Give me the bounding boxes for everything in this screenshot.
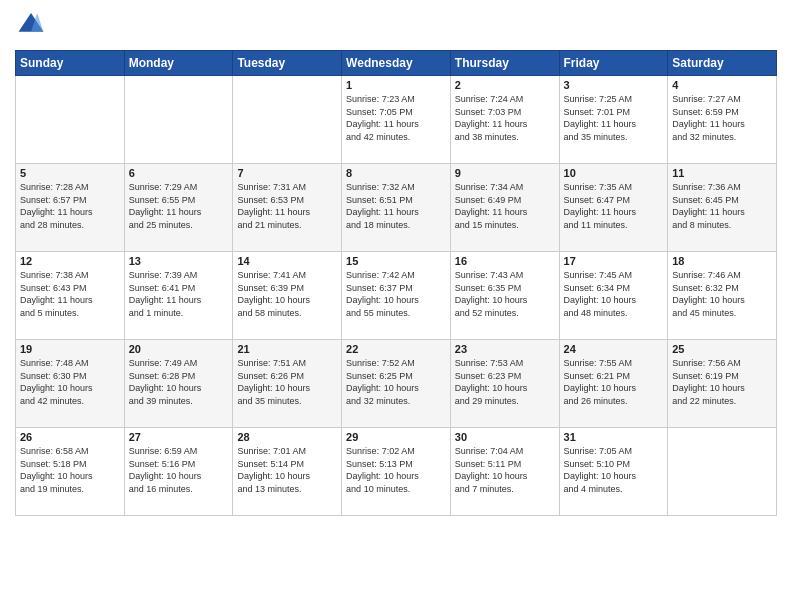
table-row: 26Sunrise: 6:58 AM Sunset: 5:18 PM Dayli… (16, 428, 125, 516)
calendar-week-row: 26Sunrise: 6:58 AM Sunset: 5:18 PM Dayli… (16, 428, 777, 516)
logo-icon (17, 10, 45, 38)
day-number: 23 (455, 343, 555, 355)
col-sunday: Sunday (16, 51, 125, 76)
table-row: 1Sunrise: 7:23 AM Sunset: 7:05 PM Daylig… (342, 76, 451, 164)
day-info: Sunrise: 7:51 AM Sunset: 6:26 PM Dayligh… (237, 357, 337, 407)
day-number: 22 (346, 343, 446, 355)
day-info: Sunrise: 7:38 AM Sunset: 6:43 PM Dayligh… (20, 269, 120, 319)
day-info: Sunrise: 7:02 AM Sunset: 5:13 PM Dayligh… (346, 445, 446, 495)
table-row: 14Sunrise: 7:41 AM Sunset: 6:39 PM Dayli… (233, 252, 342, 340)
day-number: 26 (20, 431, 120, 443)
table-row: 19Sunrise: 7:48 AM Sunset: 6:30 PM Dayli… (16, 340, 125, 428)
day-number: 1 (346, 79, 446, 91)
day-number: 14 (237, 255, 337, 267)
day-info: Sunrise: 7:43 AM Sunset: 6:35 PM Dayligh… (455, 269, 555, 319)
day-number: 4 (672, 79, 772, 91)
day-info: Sunrise: 7:52 AM Sunset: 6:25 PM Dayligh… (346, 357, 446, 407)
col-tuesday: Tuesday (233, 51, 342, 76)
day-number: 28 (237, 431, 337, 443)
day-number: 21 (237, 343, 337, 355)
calendar-week-row: 5Sunrise: 7:28 AM Sunset: 6:57 PM Daylig… (16, 164, 777, 252)
day-number: 6 (129, 167, 229, 179)
day-number: 13 (129, 255, 229, 267)
table-row (124, 76, 233, 164)
day-number: 25 (672, 343, 772, 355)
col-monday: Monday (124, 51, 233, 76)
table-row (668, 428, 777, 516)
day-info: Sunrise: 7:34 AM Sunset: 6:49 PM Dayligh… (455, 181, 555, 231)
table-row: 30Sunrise: 7:04 AM Sunset: 5:11 PM Dayli… (450, 428, 559, 516)
table-row: 27Sunrise: 6:59 AM Sunset: 5:16 PM Dayli… (124, 428, 233, 516)
day-number: 30 (455, 431, 555, 443)
calendar-week-row: 12Sunrise: 7:38 AM Sunset: 6:43 PM Dayli… (16, 252, 777, 340)
col-saturday: Saturday (668, 51, 777, 76)
calendar-table: Sunday Monday Tuesday Wednesday Thursday… (15, 50, 777, 516)
day-number: 29 (346, 431, 446, 443)
table-row (233, 76, 342, 164)
table-row: 6Sunrise: 7:29 AM Sunset: 6:55 PM Daylig… (124, 164, 233, 252)
day-info: Sunrise: 7:46 AM Sunset: 6:32 PM Dayligh… (672, 269, 772, 319)
day-info: Sunrise: 7:31 AM Sunset: 6:53 PM Dayligh… (237, 181, 337, 231)
day-info: Sunrise: 7:56 AM Sunset: 6:19 PM Dayligh… (672, 357, 772, 407)
day-info: Sunrise: 7:23 AM Sunset: 7:05 PM Dayligh… (346, 93, 446, 143)
day-info: Sunrise: 7:41 AM Sunset: 6:39 PM Dayligh… (237, 269, 337, 319)
table-row: 11Sunrise: 7:36 AM Sunset: 6:45 PM Dayli… (668, 164, 777, 252)
day-number: 5 (20, 167, 120, 179)
calendar-header-row: Sunday Monday Tuesday Wednesday Thursday… (16, 51, 777, 76)
day-number: 19 (20, 343, 120, 355)
day-number: 9 (455, 167, 555, 179)
day-info: Sunrise: 7:29 AM Sunset: 6:55 PM Dayligh… (129, 181, 229, 231)
table-row: 23Sunrise: 7:53 AM Sunset: 6:23 PM Dayli… (450, 340, 559, 428)
day-info: Sunrise: 7:04 AM Sunset: 5:11 PM Dayligh… (455, 445, 555, 495)
table-row: 24Sunrise: 7:55 AM Sunset: 6:21 PM Dayli… (559, 340, 668, 428)
day-number: 27 (129, 431, 229, 443)
day-number: 2 (455, 79, 555, 91)
table-row: 2Sunrise: 7:24 AM Sunset: 7:03 PM Daylig… (450, 76, 559, 164)
table-row: 25Sunrise: 7:56 AM Sunset: 6:19 PM Dayli… (668, 340, 777, 428)
day-number: 15 (346, 255, 446, 267)
day-info: Sunrise: 7:05 AM Sunset: 5:10 PM Dayligh… (564, 445, 664, 495)
table-row: 7Sunrise: 7:31 AM Sunset: 6:53 PM Daylig… (233, 164, 342, 252)
day-info: Sunrise: 7:32 AM Sunset: 6:51 PM Dayligh… (346, 181, 446, 231)
table-row: 3Sunrise: 7:25 AM Sunset: 7:01 PM Daylig… (559, 76, 668, 164)
day-number: 10 (564, 167, 664, 179)
calendar-week-row: 1Sunrise: 7:23 AM Sunset: 7:05 PM Daylig… (16, 76, 777, 164)
table-row: 4Sunrise: 7:27 AM Sunset: 6:59 PM Daylig… (668, 76, 777, 164)
day-info: Sunrise: 7:49 AM Sunset: 6:28 PM Dayligh… (129, 357, 229, 407)
day-info: Sunrise: 6:59 AM Sunset: 5:16 PM Dayligh… (129, 445, 229, 495)
table-row: 28Sunrise: 7:01 AM Sunset: 5:14 PM Dayli… (233, 428, 342, 516)
col-friday: Friday (559, 51, 668, 76)
day-info: Sunrise: 7:48 AM Sunset: 6:30 PM Dayligh… (20, 357, 120, 407)
page: Sunday Monday Tuesday Wednesday Thursday… (0, 0, 792, 612)
calendar-week-row: 19Sunrise: 7:48 AM Sunset: 6:30 PM Dayli… (16, 340, 777, 428)
table-row: 12Sunrise: 7:38 AM Sunset: 6:43 PM Dayli… (16, 252, 125, 340)
table-row: 29Sunrise: 7:02 AM Sunset: 5:13 PM Dayli… (342, 428, 451, 516)
day-number: 3 (564, 79, 664, 91)
logo (15, 10, 47, 42)
day-number: 7 (237, 167, 337, 179)
table-row: 16Sunrise: 7:43 AM Sunset: 6:35 PM Dayli… (450, 252, 559, 340)
table-row: 13Sunrise: 7:39 AM Sunset: 6:41 PM Dayli… (124, 252, 233, 340)
day-info: Sunrise: 7:27 AM Sunset: 6:59 PM Dayligh… (672, 93, 772, 143)
table-row: 21Sunrise: 7:51 AM Sunset: 6:26 PM Dayli… (233, 340, 342, 428)
table-row (16, 76, 125, 164)
day-info: Sunrise: 7:53 AM Sunset: 6:23 PM Dayligh… (455, 357, 555, 407)
day-info: Sunrise: 7:35 AM Sunset: 6:47 PM Dayligh… (564, 181, 664, 231)
day-info: Sunrise: 7:42 AM Sunset: 6:37 PM Dayligh… (346, 269, 446, 319)
col-wednesday: Wednesday (342, 51, 451, 76)
day-info: Sunrise: 7:24 AM Sunset: 7:03 PM Dayligh… (455, 93, 555, 143)
day-number: 17 (564, 255, 664, 267)
day-number: 24 (564, 343, 664, 355)
day-number: 8 (346, 167, 446, 179)
day-number: 11 (672, 167, 772, 179)
day-info: Sunrise: 7:55 AM Sunset: 6:21 PM Dayligh… (564, 357, 664, 407)
table-row: 8Sunrise: 7:32 AM Sunset: 6:51 PM Daylig… (342, 164, 451, 252)
day-number: 18 (672, 255, 772, 267)
table-row: 20Sunrise: 7:49 AM Sunset: 6:28 PM Dayli… (124, 340, 233, 428)
day-info: Sunrise: 7:01 AM Sunset: 5:14 PM Dayligh… (237, 445, 337, 495)
day-info: Sunrise: 7:25 AM Sunset: 7:01 PM Dayligh… (564, 93, 664, 143)
day-info: Sunrise: 7:28 AM Sunset: 6:57 PM Dayligh… (20, 181, 120, 231)
table-row: 18Sunrise: 7:46 AM Sunset: 6:32 PM Dayli… (668, 252, 777, 340)
day-info: Sunrise: 7:45 AM Sunset: 6:34 PM Dayligh… (564, 269, 664, 319)
day-info: Sunrise: 7:39 AM Sunset: 6:41 PM Dayligh… (129, 269, 229, 319)
